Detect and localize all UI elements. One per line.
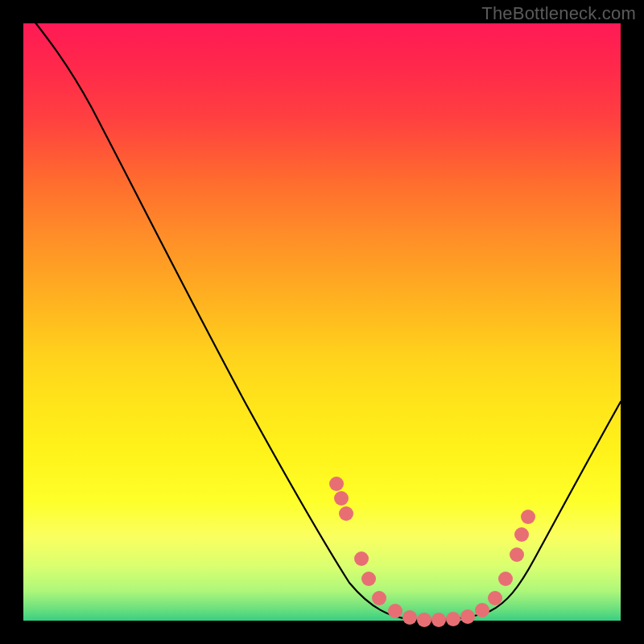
svg-point-9 [431, 613, 446, 627]
highlight-dots [329, 477, 535, 627]
svg-point-15 [510, 547, 524, 562]
svg-point-12 [475, 603, 489, 617]
svg-point-8 [417, 613, 431, 627]
outer-frame: TheBottleneck.com [0, 0, 644, 644]
svg-point-5 [372, 591, 386, 605]
svg-point-10 [446, 612, 460, 626]
svg-point-4 [361, 572, 376, 586]
svg-point-2 [339, 506, 353, 521]
svg-point-14 [498, 572, 513, 586]
bottleneck-curve [23, 23, 621, 621]
svg-point-17 [521, 510, 535, 524]
svg-point-6 [388, 604, 402, 618]
svg-point-1 [334, 491, 349, 506]
curve-path [23, 7, 621, 620]
svg-point-16 [514, 527, 529, 542]
watermark-text: TheBottleneck.com [481, 3, 636, 24]
svg-point-13 [488, 591, 502, 605]
svg-point-3 [354, 551, 369, 566]
svg-point-7 [402, 610, 417, 625]
svg-point-11 [460, 609, 475, 624]
plot-area [23, 23, 621, 621]
svg-point-0 [329, 477, 344, 491]
